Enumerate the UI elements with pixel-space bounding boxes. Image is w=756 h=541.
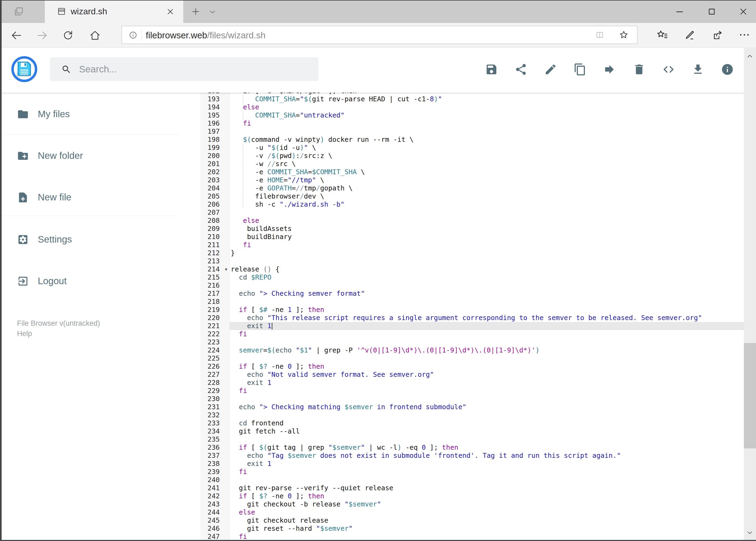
annotate-pen-icon[interactable]: [684, 29, 696, 41]
code-line[interactable]: 198 $(command -v winpty) docker run --rm…: [200, 136, 744, 144]
code-line[interactable]: 226 if [ $? -ne 0 ]; then: [200, 362, 744, 370]
code-line[interactable]: 221 exit 1: [200, 322, 744, 330]
code-line[interactable]: 193 COMMIT_SHA="$(git rev-parse HEAD | c…: [200, 95, 744, 103]
browser-tab[interactable]: wizard.sh: [45, 0, 183, 23]
code-line[interactable]: 217 echo "> Checking semver format": [200, 289, 744, 297]
search-box[interactable]: Search...: [50, 57, 319, 81]
code-line[interactable]: 230: [200, 395, 744, 403]
code-line[interactable]: 234 git fetch --all: [200, 427, 744, 435]
forward-button[interactable]: [36, 29, 48, 41]
code-line[interactable]: 222 fi: [200, 330, 744, 338]
code-line[interactable]: 200 -v /$(pwd):/src:z \: [200, 152, 744, 160]
code-line[interactable]: 215 cd $REPO: [200, 273, 744, 281]
code-line[interactable]: 203 -e HOME="//tmp" \: [200, 176, 744, 184]
code-line[interactable]: 216: [200, 281, 744, 289]
home-button[interactable]: [89, 29, 101, 41]
code-line[interactable]: 228 exit 1: [200, 379, 744, 387]
code-line[interactable]: 239 fi: [200, 468, 744, 476]
code-line[interactable]: 245 git checkout release: [200, 516, 744, 525]
editor-gutter-cell: 234: [200, 427, 230, 435]
code-line[interactable]: 202 -e COMMIT_SHA=$COMMIT_SHA \: [200, 168, 744, 176]
code-line[interactable]: 243 git checkout -b release "$semver": [200, 500, 744, 508]
scroll-down-icon[interactable]: [746, 529, 754, 537]
code-editor[interactable]: 192 if [ -d "$REPO/.git" ]; then193 COMM…: [200, 87, 744, 541]
share-page-icon[interactable]: [712, 29, 724, 41]
code-line[interactable]: 235: [200, 435, 744, 443]
code-line[interactable]: 199 -u "$(id -u)" \: [200, 144, 744, 152]
code-line[interactable]: 219 if [ $# -ne 1 ]; then: [200, 306, 744, 314]
code-line[interactable]: 232: [200, 411, 744, 419]
code-line[interactable]: 240: [200, 476, 744, 484]
code-line[interactable]: 209 buildAssets: [200, 225, 744, 233]
code-line[interactable]: 242 if [ $? -ne 0 ]; then: [200, 492, 744, 500]
fold-marker-icon[interactable]: ▾: [225, 265, 227, 273]
refresh-button[interactable]: [62, 29, 74, 41]
code-line[interactable]: 241 git rev-parse --verify --quiet relea…: [200, 484, 744, 492]
code-line[interactable]: 211 fi: [200, 241, 744, 249]
download-button[interactable]: [691, 63, 704, 76]
sidebar-item-new-folder[interactable]: New folder: [0, 144, 178, 168]
code-line[interactable]: 237 echo "Tag $semver does not exist in …: [200, 452, 744, 460]
more-menu-icon[interactable]: [738, 29, 751, 41]
code-line[interactable]: 196 fi: [200, 119, 744, 128]
url-text[interactable]: filebrowser.web/files/wizard.sh: [146, 30, 266, 41]
code-line[interactable]: 207: [200, 209, 744, 217]
filebrowser-logo[interactable]: [11, 56, 37, 82]
tab-close-icon[interactable]: [166, 7, 175, 16]
tab-preview-icon[interactable]: [13, 6, 24, 17]
sidebar-item-settings[interactable]: Settings: [0, 228, 178, 252]
favorite-star-icon[interactable]: [619, 30, 629, 40]
code-button[interactable]: [662, 63, 675, 76]
code-line[interactable]: 197: [200, 128, 744, 136]
code-line[interactable]: 208 else: [200, 217, 744, 225]
code-line[interactable]: 206 sh -c "./wizard.sh -b": [200, 201, 744, 209]
window-maximize-button[interactable]: [707, 6, 717, 17]
back-button[interactable]: [11, 29, 23, 41]
window-close-button[interactable]: [738, 6, 748, 17]
code-line[interactable]: 210 buildBinary: [200, 233, 744, 241]
code-line[interactable]: 205 filebrowser/dev \: [200, 192, 744, 201]
code-line[interactable]: 233 cd frontend: [200, 419, 744, 427]
code-line[interactable]: 229 fi: [200, 387, 744, 395]
code-line[interactable]: 204 -e GOPATH=//tmp/gopath \: [200, 184, 744, 192]
page-scrollbar[interactable]: [744, 47, 756, 541]
code-line[interactable]: 195 COMMIT_SHA="untracked": [200, 111, 744, 119]
sidebar-item-new-file[interactable]: New file: [0, 185, 178, 210]
code-line[interactable]: 212}: [200, 249, 744, 257]
code-line[interactable]: 223: [200, 338, 744, 346]
save-button[interactable]: [485, 63, 498, 76]
new-tab-button[interactable]: [190, 6, 201, 17]
tab-list-chevron-icon[interactable]: [207, 8, 217, 16]
code-line[interactable]: 201 -w //src \: [200, 160, 744, 168]
code-line[interactable]: 213: [200, 257, 744, 265]
edit-button[interactable]: [544, 63, 557, 76]
code-line[interactable]: 218: [200, 297, 744, 306]
code-line[interactable]: 225: [200, 354, 744, 362]
code-line[interactable]: 220 echo "This release script requires a…: [200, 314, 744, 322]
scrollbar-thumb[interactable]: [744, 343, 756, 448]
sidebar-item-my-files[interactable]: My files: [0, 102, 178, 126]
code-line[interactable]: 246 git reset --hard "$semver": [200, 525, 744, 533]
code-line[interactable]: 224 semver=$(echo "$1" | grep -P '^v(0|[…: [200, 346, 744, 354]
site-info-icon[interactable]: [128, 31, 137, 40]
copy-button[interactable]: [574, 63, 587, 76]
help-link[interactable]: Help: [17, 329, 32, 338]
code-line[interactable]: 247 fi: [200, 533, 744, 541]
delete-button[interactable]: [632, 63, 645, 76]
code-line[interactable]: 227 echo "Not valid semver format. See s…: [200, 370, 744, 379]
info-button[interactable]: [721, 63, 734, 76]
reading-view-icon[interactable]: [595, 30, 605, 40]
sidebar-item-logout[interactable]: Logout: [0, 269, 178, 293]
address-bar[interactable]: filebrowser.web/files/wizard.sh: [122, 26, 637, 44]
code-line[interactable]: 244 else: [200, 508, 744, 516]
move-button[interactable]: [603, 63, 616, 76]
scroll-up-icon[interactable]: [746, 52, 754, 60]
window-minimize-button[interactable]: [674, 6, 685, 17]
hub-favorites-icon[interactable]: [656, 29, 668, 41]
code-line[interactable]: 238 exit 1: [200, 460, 744, 468]
code-line[interactable]: 214▾release () {: [200, 265, 744, 273]
share-button[interactable]: [514, 63, 527, 76]
code-line[interactable]: 231 echo "> Checking matching $semver in…: [200, 403, 744, 411]
code-line[interactable]: 194 else: [200, 103, 744, 111]
code-line[interactable]: 236 if [ $(git tag | grep "$semver" | wc…: [200, 443, 744, 452]
